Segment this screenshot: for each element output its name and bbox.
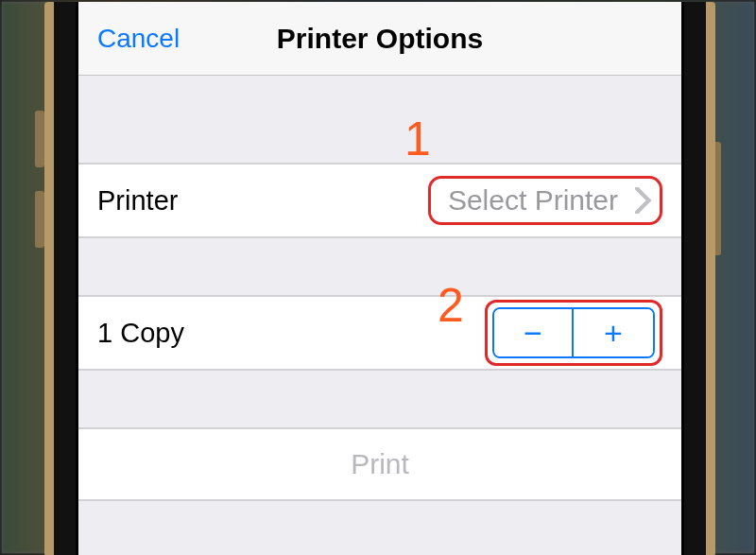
volume-up-button (35, 111, 44, 167)
copies-stepper: − + (492, 307, 655, 358)
volume-down-button (35, 191, 44, 248)
section-spacer (78, 371, 681, 427)
chevron-right-icon (635, 187, 652, 214)
copies-label: 1 Copy (97, 318, 184, 349)
annotation-number-2: 2 (438, 278, 464, 333)
annotation-highlight-1: Select Printer (428, 176, 662, 225)
copies-row: 1 Copy − + (78, 295, 681, 371)
print-button[interactable]: Print (351, 448, 409, 480)
cancel-button[interactable]: Cancel (97, 24, 180, 54)
screen: Cancel Printer Options Printer Select Pr… (76, 2, 684, 555)
navbar: Cancel Printer Options (78, 2, 681, 76)
device-frame: Cancel Printer Options Printer Select Pr… (0, 0, 756, 555)
printer-label: Printer (97, 185, 178, 217)
annotation-highlight-2: − + (485, 300, 662, 366)
section-spacer (78, 238, 681, 295)
stepper-minus-button[interactable]: − (494, 309, 574, 356)
printer-value: Select Printer (448, 184, 618, 217)
print-row[interactable]: Print (78, 427, 681, 501)
stepper-plus-button[interactable]: + (574, 309, 653, 356)
printer-row[interactable]: Printer Select Printer (78, 163, 681, 238)
section-spacer (78, 76, 681, 163)
annotation-number-1: 1 (404, 112, 431, 166)
